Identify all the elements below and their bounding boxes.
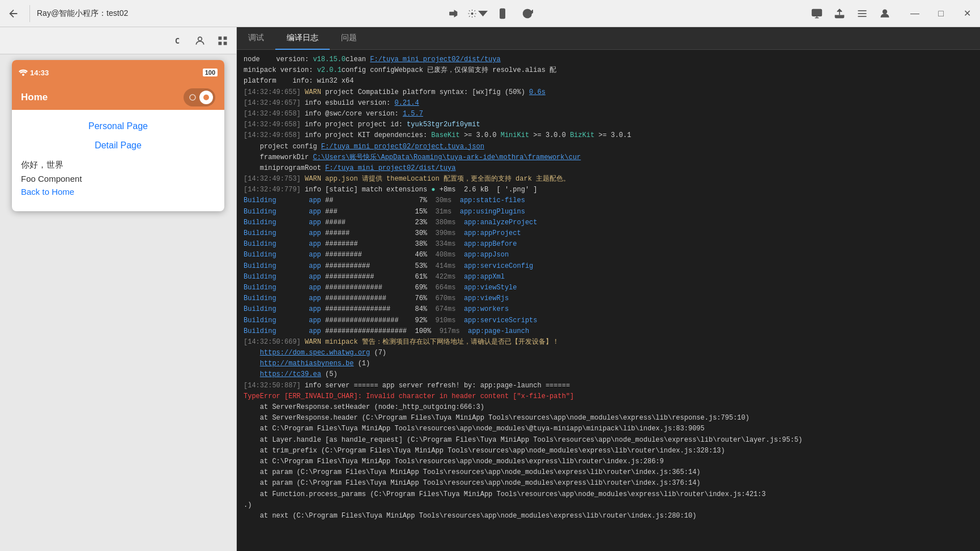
console-line: at ServerResponse.setHeader (node:_http_… — [244, 402, 973, 413]
console-line: [14:32:49:658] info project project id: … — [244, 119, 973, 130]
svg-point-12 — [198, 37, 202, 41]
svg-point-18 — [190, 95, 195, 100]
profile-button[interactable] — [875, 3, 895, 24]
tab-build-log[interactable]: 编译日志 — [275, 27, 330, 50]
status-left: 14:33 — [19, 69, 49, 77]
console-line: http://mathiasbynens.be (1) — [244, 358, 973, 369]
grid-button[interactable] — [214, 32, 232, 50]
toolbar-right — [807, 3, 895, 24]
phone-time: 14:33 — [30, 69, 49, 77]
app-title: Ray@智能小程序：test02 — [37, 8, 807, 19]
console-line: at param (C:\Program Files\Tuya MiniApp … — [244, 467, 973, 478]
svg-marker-3 — [478, 10, 488, 16]
console-line: Building app ############ 61% 422ms app:… — [244, 272, 973, 283]
debug-button[interactable] — [467, 3, 488, 24]
main-content: C 14:33 100 — [0, 27, 980, 551]
console-line: [14:32:50:669] WARN minipack 警告：检测项目存在以下… — [244, 337, 973, 348]
tablet-button[interactable] — [492, 3, 513, 24]
console-line: Building app ######## 38% 334ms app:appB… — [244, 239, 973, 250]
svg-point-11 — [883, 10, 887, 14]
console-line: at ServerResponse.header (C:\Program Fil… — [244, 413, 973, 424]
console-line: .) — [244, 500, 973, 511]
console-line: at C:\Program Files\Tuya MiniApp Tools\r… — [244, 456, 973, 467]
phone-nav-title: Home — [21, 92, 48, 103]
console-line: Building app ###### 30% 390ms app:appPro… — [244, 228, 973, 239]
toolbar-center — [442, 3, 538, 24]
user-button[interactable] — [191, 32, 209, 50]
menu-button[interactable] — [852, 3, 872, 24]
back-button[interactable] — [0, 0, 27, 27]
record-button[interactable] — [442, 3, 463, 24]
console-line: at Layer.handle [as handle_request] (C:\… — [244, 435, 973, 446]
console-line: Building app ######### 46% 408ms app:app… — [244, 250, 973, 260]
phone-frame: 14:33 100 Home — [0, 54, 236, 551]
tab-issues[interactable]: 问题 — [330, 27, 368, 50]
svg-rect-16 — [224, 41, 227, 45]
console-line: https://tc39.ea (5) — [244, 369, 973, 380]
console-line: [14:32:49:657] info esbuild version: 0.2… — [244, 98, 973, 109]
console-line: at Function.process_params (C:\Program F… — [244, 489, 973, 500]
foo-component-text: Foo Component — [21, 174, 215, 183]
svg-point-5 — [502, 16, 503, 17]
phone-status-bar: 14:33 100 — [12, 60, 224, 85]
compile-button[interactable]: C — [168, 32, 186, 50]
window-controls: — □ ✕ — [902, 0, 980, 27]
status-right: 100 — [203, 69, 218, 76]
maximize-button[interactable]: □ — [928, 0, 954, 27]
back-to-home-link[interactable]: Back to Home — [21, 187, 215, 197]
console-line: minipack version: v2.0.1config configWeb… — [244, 65, 973, 76]
console-line: project config F:/tuya mini project02/pr… — [244, 142, 973, 152]
tab-debug[interactable]: 调试 — [237, 27, 275, 50]
minimize-button[interactable]: — — [902, 0, 928, 27]
console-line: node version: v18.15.0clean F:/tuya mini… — [244, 54, 973, 65]
toggle-right — [199, 91, 213, 104]
simulator-panel: C 14:33 100 — [0, 27, 237, 551]
console-line: https://dom.spec.whatwg.org (7) — [244, 348, 973, 358]
sim-toolbar: C — [0, 27, 236, 54]
console-line: Building app ################## 92% 910m… — [244, 315, 973, 326]
console-output[interactable]: node version: v18.15.0clean F:/tuya mini… — [237, 50, 980, 551]
toggle-left — [186, 91, 199, 104]
title-sep — [29, 5, 30, 22]
title-bar: Ray@智能小程序：test02 — □ ✕ — [0, 0, 980, 27]
console-line: TypeError [ERR_INVALID_CHAR]: Invalid ch… — [244, 391, 973, 402]
console-line: Building app ########### 53% 414ms app:s… — [244, 261, 973, 272]
svg-rect-13 — [219, 36, 222, 40]
console-line: [14:32:49:658] info @swc/core version: 1… — [244, 109, 973, 119]
nav-toggle[interactable] — [184, 88, 215, 106]
console-line: Building app ################ 84% 674ms … — [244, 304, 973, 315]
phone-nav-bar: Home — [12, 85, 224, 110]
upload-button[interactable] — [829, 3, 850, 24]
detail-page-link[interactable]: Detail Page — [21, 140, 215, 151]
monitor-button[interactable] — [807, 3, 827, 24]
console-line: Building app #################### 100% 9… — [244, 326, 973, 337]
refresh-button[interactable] — [517, 3, 538, 24]
console-line: at next (C:\Program Files\Tuya MiniApp T… — [244, 511, 973, 522]
console-line: at C:\Program Files\Tuya MiniApp Tools\r… — [244, 424, 973, 434]
phone-device: 14:33 100 Home — [12, 60, 224, 211]
battery-indicator: 100 — [203, 69, 218, 76]
console-line: Building app ############## 69% 664ms ap… — [244, 283, 973, 293]
close-button[interactable]: ✕ — [954, 0, 980, 27]
console-line: [14:32:49:753] WARN app.json 请提供 themeLo… — [244, 174, 973, 185]
console-tabs: 调试 编译日志 问题 — [237, 27, 980, 50]
console-line: Building app ## 7% 30ms app:static-files — [244, 195, 973, 206]
svg-point-19 — [203, 95, 209, 100]
svg-rect-15 — [219, 41, 222, 45]
console-line: platform info: win32 x64 — [244, 76, 973, 87]
console-line: at trim_prefix (C:\Program Files\Tuya Mi… — [244, 446, 973, 456]
console-line: Building app ### 15% 31ms app:usingPlugi… — [244, 207, 973, 217]
svg-rect-6 — [812, 9, 822, 16]
svg-marker-1 — [454, 10, 458, 17]
hello-world-text: 你好，世界 — [21, 160, 215, 170]
svg-point-2 — [471, 12, 473, 14]
console-panel: 调试 编译日志 问题 node version: v18.15.0clean F… — [237, 27, 980, 551]
console-line: [14:32:49:779] info [static] match exten… — [244, 185, 973, 195]
console-line: Building app ############### 76% 670ms a… — [244, 293, 973, 304]
console-line: at param (C:\Program Files\Tuya MiniApp … — [244, 478, 973, 489]
personal-page-link[interactable]: Personal Page — [21, 121, 215, 131]
console-line: [14:32:49:658] info project KIT dependen… — [244, 130, 973, 141]
svg-rect-14 — [224, 36, 227, 40]
svg-point-17 — [22, 74, 24, 76]
phone-content: Personal Page Detail Page 你好，世界 Foo Comp… — [12, 110, 224, 211]
